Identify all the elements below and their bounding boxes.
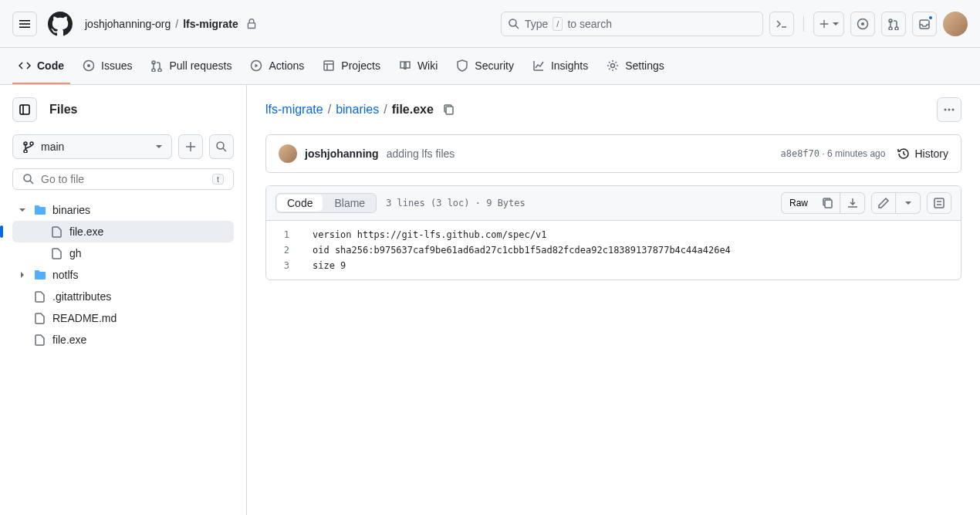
code-line[interactable]: 3size 9 xyxy=(266,258,961,273)
tab-code[interactable]: Code xyxy=(12,49,70,84)
path-root-link[interactable]: lfs-migrate xyxy=(265,103,323,117)
latest-commit: joshjohanning adding lfs files a8e8f70 ·… xyxy=(265,134,961,173)
tab-projects[interactable]: Projects xyxy=(316,49,387,84)
search-input[interactable]: Type / to search xyxy=(501,12,763,36)
file-filter-input[interactable] xyxy=(41,173,206,185)
issue-icon xyxy=(857,18,869,30)
tab-projects-label: Projects xyxy=(341,59,380,72)
tab-issues[interactable]: Issues xyxy=(76,49,138,84)
chevron-right-icon xyxy=(19,271,28,279)
download-raw-button[interactable] xyxy=(840,192,865,214)
tree-file-gh[interactable]: gh xyxy=(12,242,234,264)
tree-folder-binaries[interactable]: binaries xyxy=(12,199,234,221)
path-dir-link[interactable]: binaries xyxy=(336,103,379,117)
breadcrumb-separator: / xyxy=(175,18,178,30)
file-content: lfs-migrate / binaries / file.exe joshjo… xyxy=(247,85,980,515)
history-link[interactable]: History xyxy=(897,147,948,160)
tab-code-label: Code xyxy=(37,59,64,72)
tree-file-readme[interactable]: README.md xyxy=(12,307,234,329)
svg-rect-7 xyxy=(20,105,29,114)
tab-settings[interactable]: Settings xyxy=(600,49,671,84)
tree-file-root-file-exe[interactable]: file.exe xyxy=(12,329,234,351)
svg-point-1 xyxy=(861,22,864,25)
edit-file-button[interactable] xyxy=(871,192,896,214)
tab-actions[interactable]: Actions xyxy=(244,49,310,84)
raw-button[interactable]: Raw xyxy=(781,192,816,214)
tab-security[interactable]: Security xyxy=(450,49,520,84)
sidebar-icon xyxy=(19,103,31,116)
line-text: version https://git-lfs.github.com/spec/… xyxy=(305,227,961,242)
copy-path-button[interactable] xyxy=(443,103,455,116)
file-sidebar: Files main t binaries xyxy=(0,85,247,515)
search-icon xyxy=(508,18,520,30)
branch-select[interactable]: main xyxy=(12,134,172,159)
code-line[interactable]: 1version https://git-lfs.github.com/spec… xyxy=(266,227,961,242)
tree-file-file-exe[interactable]: file.exe xyxy=(12,221,234,242)
caret-down-icon xyxy=(905,200,911,206)
search-files-button[interactable] xyxy=(209,134,234,159)
shield-icon xyxy=(456,59,468,72)
file-tree: binaries file.exe gh notlfs .gitattribut xyxy=(12,199,234,351)
svg-rect-5 xyxy=(324,61,333,70)
tab-issues-label: Issues xyxy=(101,59,132,72)
pull-requests-button[interactable] xyxy=(881,12,906,36)
notifications-button[interactable] xyxy=(912,12,937,36)
commit-author[interactable]: joshjohanning xyxy=(305,147,379,160)
plus-icon xyxy=(819,19,830,29)
file-icon xyxy=(34,290,46,303)
svg-rect-12 xyxy=(825,200,832,208)
repo-link[interactable]: lfs-migrate xyxy=(183,18,238,30)
create-new-button[interactable] xyxy=(813,12,844,36)
hamburger-button[interactable] xyxy=(12,12,37,36)
kebab-icon xyxy=(943,103,955,116)
search-slash-key: / xyxy=(553,17,563,31)
blame-view-button[interactable]: Blame xyxy=(323,194,376,212)
line-number: 3 xyxy=(266,258,305,273)
svg-point-3 xyxy=(87,64,90,67)
tab-wiki-label: Wiki xyxy=(417,59,438,72)
issues-button[interactable] xyxy=(850,12,875,36)
toggle-sidebar-button[interactable] xyxy=(12,97,37,122)
user-avatar[interactable] xyxy=(943,12,968,36)
tab-wiki[interactable]: Wiki xyxy=(393,49,444,84)
file-icon xyxy=(51,225,63,238)
file-filter[interactable]: t xyxy=(12,168,234,190)
command-palette-button[interactable] xyxy=(769,12,794,36)
line-number: 2 xyxy=(266,242,305,258)
code-icon xyxy=(19,59,31,72)
edit-dropdown-button[interactable] xyxy=(896,192,921,214)
copy-raw-button[interactable] xyxy=(816,192,840,214)
add-file-button[interactable] xyxy=(178,134,203,159)
file-toolbar: Code Blame 3 lines (3 loc) · 9 Bytes Raw xyxy=(266,186,961,221)
tree-file-gitattributes[interactable]: .gitattributes xyxy=(12,286,234,307)
caret-down-icon xyxy=(156,144,162,150)
tree-label: gh xyxy=(69,247,82,259)
more-options-button[interactable] xyxy=(937,97,961,122)
tab-insights[interactable]: Insights xyxy=(526,49,594,84)
symbols-button[interactable] xyxy=(927,192,951,214)
code-line[interactable]: 2oid sha256:b975637caf9be61ad6ad27c1cbb1… xyxy=(266,242,961,258)
owner-link[interactable]: joshjohanning-org xyxy=(85,18,171,30)
code-view-button[interactable]: Code xyxy=(277,195,323,212)
file-path: lfs-migrate / binaries / file.exe xyxy=(265,97,961,122)
file-icon xyxy=(34,334,46,346)
issue-icon xyxy=(83,59,95,72)
copy-icon xyxy=(822,197,834,209)
main-content: Files main t binaries xyxy=(0,85,980,515)
tree-label: .gitattributes xyxy=(52,290,111,303)
notification-dot xyxy=(928,15,934,21)
svg-rect-8 xyxy=(446,107,453,114)
search-text-before: Type xyxy=(525,18,548,30)
commit-message[interactable]: adding lfs files xyxy=(387,147,455,160)
tab-pulls[interactable]: Pull requests xyxy=(144,49,238,84)
github-logo[interactable] xyxy=(48,12,73,36)
commit-author-avatar[interactable] xyxy=(279,144,297,163)
tree-label: binaries xyxy=(52,204,90,216)
svg-rect-13 xyxy=(934,198,944,208)
book-icon xyxy=(399,59,411,72)
tree-folder-notlfs[interactable]: notlfs xyxy=(12,264,234,286)
path-separator: / xyxy=(328,103,331,117)
line-text: size 9 xyxy=(305,258,961,273)
divider xyxy=(803,16,804,32)
commit-sha[interactable]: a8e8f70 xyxy=(780,148,819,159)
